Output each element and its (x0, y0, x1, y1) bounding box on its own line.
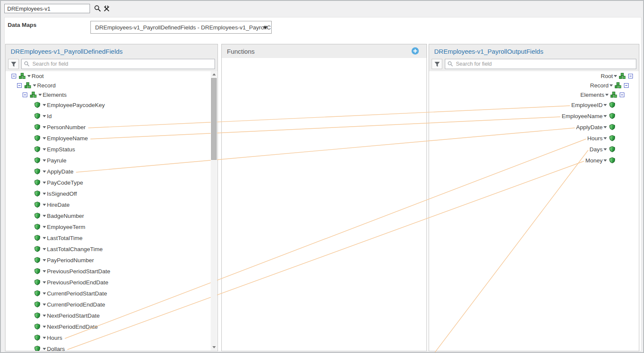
tree-field-item[interactable]: LastTotalTime (6, 232, 218, 243)
chevron-down-icon[interactable] (43, 204, 46, 206)
collapse-icon[interactable] (628, 74, 633, 78)
chevron-down-icon[interactable] (603, 137, 607, 139)
collapse-icon[interactable] (12, 74, 16, 78)
chevron-down-icon[interactable] (27, 75, 31, 77)
chevron-down-icon[interactable] (43, 193, 46, 195)
tree-field-item[interactable]: NextPeriodEndDate (6, 321, 218, 332)
chevron-down-icon[interactable] (43, 171, 46, 173)
tree-node-root[interactable]: Root (429, 71, 639, 81)
tree-field-item[interactable]: PreviousPeriodStartDate (6, 266, 218, 277)
search-icon[interactable] (94, 5, 102, 12)
tree-field-item[interactable]: CurrentPeriodEndDate (6, 299, 218, 310)
chevron-down-icon[interactable] (43, 248, 46, 250)
global-search-input[interactable] (4, 4, 90, 13)
tree-field-item[interactable]: IsSignedOff (6, 188, 218, 199)
tree-node-root[interactable]: Root (6, 71, 218, 81)
field-label: Days (589, 146, 603, 153)
chevron-down-icon[interactable] (43, 182, 46, 184)
source-search-input[interactable] (21, 59, 215, 69)
chevron-down-icon[interactable] (603, 148, 607, 150)
chevron-down-icon[interactable] (43, 104, 46, 106)
tree-field-item[interactable]: EmployeeID (429, 99, 639, 110)
chevron-down-icon[interactable] (43, 126, 46, 128)
tree-field-item[interactable]: NextPeriodStartDate (6, 310, 218, 321)
chevron-down-icon[interactable] (603, 159, 607, 162)
tree-node-record[interactable]: Record (429, 81, 639, 90)
chevron-down-icon[interactable] (603, 126, 607, 128)
chevron-down-icon[interactable] (43, 259, 46, 261)
tree-field-item[interactable]: PayPeriodNumber (6, 255, 218, 266)
tree-node-record[interactable]: Record (6, 81, 218, 90)
tree-field-item[interactable]: ApplyDate (429, 122, 639, 133)
group-icon (619, 73, 626, 79)
chevron-down-icon[interactable] (43, 159, 46, 162)
chevron-down-icon[interactable] (609, 84, 613, 87)
scroll-up-button[interactable] (211, 71, 217, 78)
output-search-input[interactable] (445, 59, 636, 69)
collapse-icon[interactable] (17, 83, 22, 88)
filter-button[interactable] (432, 59, 442, 69)
tree-field-item[interactable]: Hours (6, 332, 218, 343)
tree-field-item[interactable]: PayCodeType (6, 177, 218, 188)
scroll-down-button[interactable] (211, 344, 217, 350)
chevron-down-icon[interactable] (43, 281, 46, 284)
tree-field-item[interactable]: Hours (429, 133, 639, 144)
scrollbar-thumb[interactable] (211, 78, 217, 160)
add-function-button[interactable] (412, 47, 419, 55)
tree-field-item[interactable]: HireDate (6, 199, 218, 210)
data-maps-label: Data Maps (8, 22, 37, 28)
chevron-down-icon[interactable] (614, 75, 617, 77)
tree-field-item[interactable]: Dollars (6, 343, 218, 351)
field-icon (35, 168, 40, 174)
filter-button[interactable] (8, 59, 19, 69)
collapse-icon[interactable] (624, 83, 629, 88)
data-map-dropdown[interactable]: DREmployees-v1_PayrollDefinedFields - DR… (90, 21, 272, 34)
tree-node-elements[interactable]: Elements (6, 90, 218, 99)
tree-field-item[interactable]: ApplyDate (6, 166, 218, 177)
tree-field-item[interactable]: Id (6, 110, 218, 122)
tree-field-item[interactable]: EmployeeName (429, 110, 639, 122)
output-field-list: EmployeeID EmployeeName ApplyDate Hours (429, 99, 639, 166)
field-label: ApplyDate (47, 168, 73, 175)
chevron-down-icon[interactable] (43, 315, 46, 317)
clear-search-icon[interactable] (103, 5, 110, 12)
chevron-down-icon[interactable] (43, 348, 46, 350)
tree-field-item[interactable]: EmployeeName (6, 133, 218, 144)
chevron-down-icon[interactable] (43, 215, 46, 217)
chevron-down-icon[interactable] (38, 94, 42, 96)
tree-field-item[interactable]: LastTotalChangeTime (6, 243, 218, 255)
chevron-down-icon[interactable] (43, 137, 46, 139)
tree-node-label: Elements (43, 92, 67, 98)
tree-node-elements[interactable]: Elements (429, 90, 639, 99)
collapse-icon[interactable] (23, 93, 27, 97)
tree-field-item[interactable]: PreviousPeriodEndDate (6, 277, 218, 288)
chevron-down-icon[interactable] (43, 148, 46, 150)
chevron-down-icon[interactable] (33, 84, 36, 87)
chevron-down-icon[interactable] (603, 104, 607, 106)
chevron-down-icon[interactable] (43, 337, 46, 339)
chevron-down-icon[interactable] (43, 270, 46, 272)
tree-node-label: Root (600, 73, 613, 79)
tree-field-item[interactable]: EmployeePaycodeKey (6, 99, 218, 110)
tree-field-item[interactable]: EmployeeTerm (6, 221, 218, 232)
chevron-down-icon[interactable] (605, 94, 609, 96)
chevron-down-icon[interactable] (43, 237, 46, 239)
field-label: LastTotalTime (47, 235, 83, 241)
tree-field-item[interactable]: BadgeNumber (6, 210, 218, 221)
field-icon (35, 157, 40, 163)
tree-field-item[interactable]: EmpStatus (6, 144, 218, 155)
tree-field-item[interactable]: Money (429, 155, 639, 166)
collapse-icon[interactable] (620, 93, 624, 97)
tree-field-item[interactable]: Payrule (6, 155, 218, 166)
chevron-down-icon[interactable] (43, 115, 46, 117)
tree-field-item[interactable]: Days (429, 144, 639, 155)
vertical-scrollbar[interactable] (211, 71, 217, 350)
tree-field-item[interactable]: PersonNumber (6, 122, 218, 133)
output-panel-title: DREmployees-v1_PayrollOutputFields (434, 48, 543, 55)
chevron-down-icon[interactable] (43, 292, 46, 295)
chevron-down-icon[interactable] (43, 304, 46, 306)
chevron-down-icon[interactable] (43, 226, 46, 228)
tree-field-item[interactable]: CurrentPeriodStartDate (6, 288, 218, 299)
chevron-down-icon[interactable] (43, 326, 46, 328)
chevron-down-icon[interactable] (603, 115, 607, 117)
